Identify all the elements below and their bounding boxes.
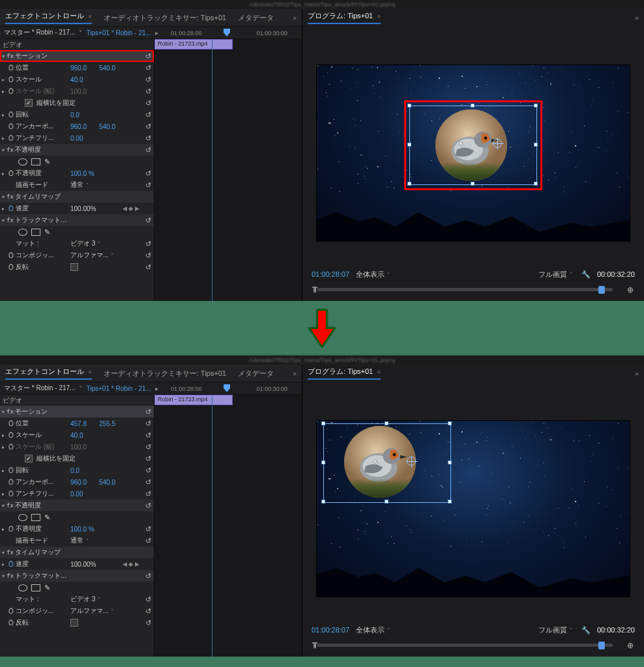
panel-menu-icon[interactable]: ≡	[89, 369, 92, 375]
ellipse-mask-icon[interactable]	[18, 584, 27, 591]
playbar[interactable]: ⊕	[309, 283, 637, 298]
bbox-handle[interactable]	[407, 143, 411, 147]
reset-icon[interactable]: ↺	[145, 431, 151, 440]
ellipse-mask-icon[interactable]	[18, 229, 27, 236]
stopwatch-icon[interactable]: Ö	[7, 619, 16, 627]
value[interactable]: 0.00	[70, 490, 99, 498]
value-x[interactable]: 960.0	[70, 123, 99, 130]
bbox-handle[interactable]	[471, 104, 475, 107]
bbox-handle[interactable]	[385, 421, 388, 425]
value[interactable]: 0.0	[70, 467, 99, 474]
reset-icon[interactable]: ↺	[145, 572, 151, 580]
clip-bar[interactable]: Robin - 21723.mp4	[154, 395, 233, 405]
stopwatch-icon[interactable]: Ö	[7, 526, 16, 533]
bbox-handle[interactable]	[534, 182, 538, 186]
overflow-icon[interactable]: »	[635, 14, 639, 21]
effect-timeline[interactable]: Robin - 21723.mp4	[154, 39, 302, 301]
value[interactable]: 0.0	[70, 111, 99, 119]
bbox-handle[interactable]	[321, 461, 325, 464]
value[interactable]: 40.0	[70, 76, 99, 83]
effect-timeline[interactable]: Robin - 21723.mp4	[154, 395, 302, 657]
value-y[interactable]: 540.0	[99, 123, 125, 130]
effect-motion-header[interactable]: ▾ fx モーション ↺	[0, 406, 154, 418]
tab-metadata[interactable]: メタデータ	[238, 13, 274, 23]
bbox-handle[interactable]	[448, 421, 452, 425]
tab-audio-mixer[interactable]: オーディオトラックミキサー: Tips+01	[104, 13, 226, 23]
clip-bar[interactable]: Robin - 21723.mp4	[154, 39, 233, 50]
sequence-link[interactable]: Tips+01 * Robin - 21...	[86, 29, 151, 36]
stopwatch-icon[interactable]: Ö	[7, 467, 16, 474]
tab-metadata[interactable]: メタデータ	[238, 369, 274, 378]
sequence-link[interactable]: Tips+01 * Robin - 21...	[86, 385, 151, 392]
reset-icon[interactable]: ↺	[145, 146, 151, 154]
playbar[interactable]: ⊕	[309, 638, 637, 654]
blend-dropdown[interactable]: 通常˅	[70, 536, 116, 545]
reset-icon[interactable]: ↺	[145, 478, 151, 487]
checkbox[interactable]	[70, 263, 78, 271]
reset-icon[interactable]: ↺	[145, 181, 151, 190]
effect-opacity-header[interactable]: ▾fx不透明度↺	[0, 500, 154, 511]
reset-icon[interactable]: ↺	[145, 502, 151, 510]
value[interactable]: 0.00	[70, 135, 99, 142]
pen-mask-icon[interactable]: ✎	[44, 513, 50, 522]
reset-icon[interactable]: ↺	[145, 455, 151, 463]
reset-icon[interactable]: ↺	[145, 64, 151, 72]
pen-mask-icon[interactable]: ✎	[44, 228, 50, 236]
overflow-icon[interactable]: »	[635, 369, 639, 377]
effect-trackmatte-header[interactable]: ▾fxトラックマットキー↺	[0, 214, 154, 226]
add-icon[interactable]: ⊕	[627, 641, 634, 650]
stopwatch-icon[interactable]: Ö	[7, 420, 16, 427]
playbar-handle[interactable]	[598, 642, 605, 649]
overflow-icon[interactable]: »	[293, 14, 297, 21]
reset-icon[interactable]: ↺	[145, 525, 151, 533]
blend-dropdown[interactable]: 通常˅	[70, 180, 116, 190]
pen-mask-icon[interactable]: ✎	[44, 158, 50, 166]
chevron-down-icon[interactable]: ˅	[79, 29, 82, 36]
value[interactable]: 100.0 %	[70, 170, 99, 177]
stopwatch-icon[interactable]: Ö	[7, 135, 16, 142]
twirl-icon[interactable]: ▸	[0, 77, 7, 83]
playbar-handle[interactable]	[598, 286, 605, 294]
program-monitor[interactable]: ↖	[317, 65, 630, 241]
checkbox[interactable]: ✓	[25, 455, 33, 462]
playhead-icon[interactable]	[224, 29, 230, 38]
stopwatch-icon[interactable]: Ö	[7, 205, 16, 212]
chevron-down-icon[interactable]: ˅	[79, 385, 82, 392]
reset-icon[interactable]: ↺	[145, 240, 151, 248]
bbox-handle[interactable]	[407, 104, 411, 107]
stopwatch-icon[interactable]: Ö	[7, 264, 16, 271]
reset-icon[interactable]: ↺	[145, 52, 151, 61]
reset-icon[interactable]: ↺	[145, 99, 151, 107]
bbox-handle[interactable]	[471, 182, 475, 186]
rect-mask-icon[interactable]	[31, 229, 40, 236]
bbox-handle[interactable]	[407, 182, 411, 186]
selection-bbox[interactable]	[409, 106, 537, 185]
stopwatch-icon[interactable]: Ö	[7, 479, 16, 486]
value-x[interactable]: 457.8	[70, 420, 99, 427]
tab-effect-controls[interactable]: エフェクトコントロール ≡	[5, 11, 92, 24]
reset-icon[interactable]: ↺	[145, 595, 151, 604]
reset-icon[interactable]: ↺	[145, 111, 151, 119]
value-y[interactable]: 540.0	[99, 64, 125, 72]
reset-icon[interactable]: ↺	[145, 122, 151, 131]
stopwatch-icon[interactable]: Ö	[7, 170, 16, 177]
rect-mask-icon[interactable]	[31, 158, 40, 165]
reset-icon[interactable]: ↺	[145, 263, 151, 272]
stopwatch-icon[interactable]: Ö	[7, 252, 16, 259]
tab-program[interactable]: プログラム: Tips+01 ≡	[308, 11, 381, 24]
current-timecode[interactable]: 01:00:28:07	[312, 270, 349, 278]
bbox-handle[interactable]	[534, 143, 538, 147]
twirl-icon[interactable]: ▾	[0, 53, 7, 59]
selection-bbox[interactable]	[323, 423, 451, 503]
rect-mask-icon[interactable]	[31, 514, 40, 521]
matte-dropdown[interactable]: ビデオ 3˅	[70, 239, 116, 248]
checkbox[interactable]	[70, 619, 78, 627]
pen-mask-icon[interactable]: ✎	[44, 584, 50, 592]
tab-program[interactable]: プログラム: Tips+01 ≡	[308, 367, 381, 380]
tab-effect-controls[interactable]: エフェクトコントロール ≡	[5, 367, 92, 380]
panel-menu-icon[interactable]: ≡	[89, 14, 92, 20]
quality-dropdown[interactable]: フル画質˅	[538, 270, 575, 279]
value-x[interactable]: 960.0	[70, 479, 99, 486]
reset-icon[interactable]: ↺	[145, 607, 151, 616]
effect-timeremap-header[interactable]: ▾fxタイムリマップ	[0, 191, 154, 203]
